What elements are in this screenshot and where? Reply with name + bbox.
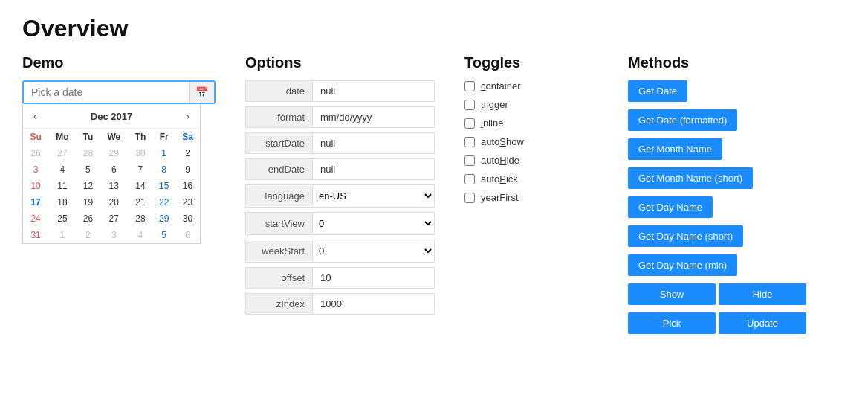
- calendar-day[interactable]: 26: [23, 145, 48, 161]
- method-row: Get Date: [628, 80, 806, 105]
- calendar-day[interactable]: 24: [23, 211, 48, 227]
- toggle-label-trigger[interactable]: trigger: [481, 99, 508, 110]
- toggle-checkbox-autoPick[interactable]: [464, 174, 475, 184]
- calendar-day[interactable]: 3: [100, 227, 128, 243]
- calendar-day[interactable]: 6: [175, 227, 200, 243]
- calendar-day[interactable]: 5: [152, 227, 175, 243]
- option-row: datenull: [245, 80, 435, 102]
- option-select-language[interactable]: en-USfr-FRde-DEes-ES: [313, 185, 434, 207]
- calendar-week-row: 31123456: [23, 227, 200, 243]
- methods-list: Get DateGet Date (formatted)Get Month Na…: [628, 80, 806, 337]
- toggle-label-autoHide[interactable]: autoHide: [481, 155, 519, 166]
- calendar-day[interactable]: 27: [48, 145, 77, 161]
- calendar-day[interactable]: 23: [175, 194, 200, 211]
- calendar-day[interactable]: 20: [100, 194, 128, 211]
- date-input-wrapper: 📅: [22, 80, 216, 104]
- calendar-day[interactable]: 2: [77, 227, 100, 243]
- calendar-day[interactable]: 29: [152, 211, 175, 227]
- calendar-day[interactable]: 10: [23, 178, 48, 194]
- calendar-day[interactable]: 4: [128, 227, 152, 243]
- calendar-day[interactable]: 14: [128, 178, 152, 194]
- method-button-get-date[interactable]: Get Date: [628, 80, 687, 102]
- option-row: offset10: [245, 267, 435, 289]
- calendar-next-button[interactable]: ›: [181, 109, 194, 123]
- calendar-day[interactable]: 22: [152, 194, 175, 211]
- calendar-day[interactable]: 19: [77, 194, 100, 211]
- toggle-checkbox-autoHide[interactable]: [464, 155, 475, 166]
- calendar-day[interactable]: 1: [152, 145, 175, 161]
- option-label: weekStart: [246, 241, 313, 261]
- toggle-label-yearFirst[interactable]: yearFirst: [481, 192, 519, 203]
- calendar-day[interactable]: 15: [152, 178, 175, 194]
- calendar-day[interactable]: 3: [23, 161, 48, 178]
- calendar-day[interactable]: 11: [48, 178, 77, 194]
- calendar-day[interactable]: 6: [100, 161, 128, 178]
- method-button-get-day-name[interactable]: Get Day Name: [628, 196, 713, 218]
- toggle-label-container[interactable]: container: [481, 80, 520, 91]
- calendar-day[interactable]: 4: [48, 161, 77, 178]
- calendar-day[interactable]: 12: [77, 178, 100, 194]
- calendar-grid: SuMoTuWeThFrSa 2627282930123456789101112…: [23, 129, 200, 243]
- toggle-checkbox-yearFirst[interactable]: [464, 193, 475, 203]
- date-input[interactable]: [24, 82, 189, 103]
- toggle-row: yearFirst: [464, 192, 598, 203]
- calendar-day[interactable]: 9: [175, 161, 200, 178]
- methods-section: Methods Get DateGet Date (formatted)Get …: [628, 54, 806, 341]
- calendar-day[interactable]: 5: [77, 161, 100, 178]
- toggle-label-autoPick[interactable]: autoPick: [481, 173, 518, 184]
- toggle-checkbox-trigger[interactable]: [464, 100, 475, 110]
- calendar-day[interactable]: 28: [128, 211, 152, 227]
- method-button-get-month-name-(short)[interactable]: Get Month Name (short): [628, 167, 753, 189]
- method-button-pick[interactable]: Pick: [628, 312, 716, 334]
- toggles-section: Toggles containertriggerinlineautoShowau…: [464, 54, 598, 211]
- calendar-day[interactable]: 30: [175, 211, 200, 227]
- method-row: Get Day Name (min): [628, 254, 806, 279]
- calendar-icon: 📅: [195, 86, 208, 98]
- toggle-checkbox-autoShow[interactable]: [464, 137, 475, 147]
- demo-section: Demo 📅 ‹ Dec 2017 › SuMoTuWeThFrSa 26272…: [22, 54, 216, 244]
- calendar-day[interactable]: 27: [100, 211, 128, 227]
- calendar-day[interactable]: 30: [128, 145, 152, 161]
- calendar-day[interactable]: 17: [23, 194, 48, 211]
- calendar-day[interactable]: 8: [152, 161, 175, 178]
- method-button-get-day-name-(short)[interactable]: Get Day Name (short): [628, 225, 743, 247]
- options-rows: datenullformatmm/dd/yyyystartDatenullend…: [245, 80, 435, 315]
- toggle-label-autoShow[interactable]: autoShow: [481, 136, 524, 147]
- calendar-day[interactable]: 26: [77, 211, 100, 227]
- method-button-get-day-name-(min)[interactable]: Get Day Name (min): [628, 254, 737, 276]
- calendar-day[interactable]: 13: [100, 178, 128, 194]
- calendar-day[interactable]: 25: [48, 211, 77, 227]
- method-button-show[interactable]: Show: [628, 283, 716, 305]
- method-button-update[interactable]: Update: [719, 312, 806, 334]
- calendar-day[interactable]: 1: [48, 227, 77, 243]
- method-row: Get Month Name (short): [628, 167, 806, 192]
- option-select-startView[interactable]: 012: [313, 213, 434, 234]
- option-row: zIndex1000: [245, 293, 435, 315]
- method-button-hide[interactable]: Hide: [719, 283, 806, 305]
- option-label: zIndex: [246, 294, 313, 314]
- method-pair-row: ShowHide: [628, 283, 806, 308]
- option-select-weekStart[interactable]: 0123456: [313, 240, 434, 262]
- toggles-heading: Toggles: [464, 54, 598, 71]
- calendar-day[interactable]: 18: [48, 194, 77, 211]
- page-title: Overview: [22, 15, 846, 42]
- calendar-day[interactable]: 28: [77, 145, 100, 161]
- calendar-prev-button[interactable]: ‹: [29, 109, 42, 123]
- calendar-day[interactable]: 2: [175, 145, 200, 161]
- calendar-day[interactable]: 21: [128, 194, 152, 211]
- calendar-day-header: Mo: [48, 129, 77, 145]
- calendar-icon-button[interactable]: 📅: [189, 82, 214, 103]
- calendar-month-year[interactable]: Dec 2017: [91, 111, 132, 122]
- calendar-day[interactable]: 16: [175, 178, 200, 194]
- calendar-day[interactable]: 29: [100, 145, 128, 161]
- method-button-get-date-(formatted)[interactable]: Get Date (formatted): [628, 109, 737, 131]
- option-label: endDate: [246, 159, 313, 179]
- toggle-checkbox-inline[interactable]: [464, 118, 475, 129]
- calendar-day[interactable]: 7: [128, 161, 152, 178]
- calendar-day-header: Tu: [77, 129, 100, 145]
- toggle-checkbox-container[interactable]: [464, 81, 475, 91]
- method-row: Get Month Name: [628, 138, 806, 163]
- method-button-get-month-name[interactable]: Get Month Name: [628, 138, 722, 160]
- calendar-day[interactable]: 31: [23, 227, 48, 243]
- toggle-label-inline[interactable]: inline: [481, 118, 503, 129]
